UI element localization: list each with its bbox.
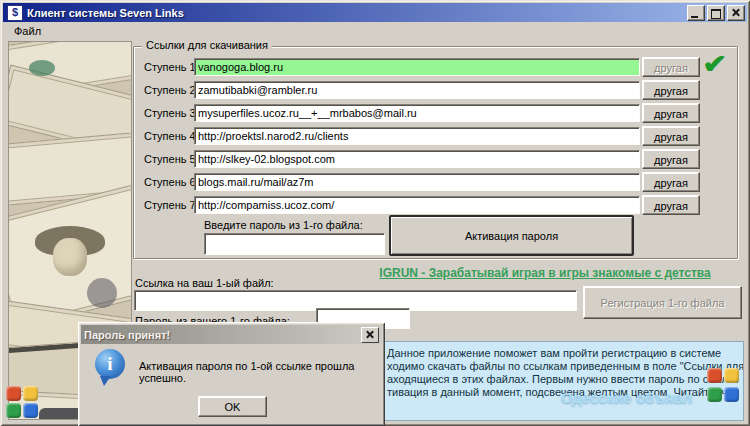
watermark-logo-blue-icon: [724, 387, 739, 402]
step7-other-button[interactable]: другая: [642, 195, 700, 215]
watermark-logo-green-icon: [707, 387, 722, 402]
corner-logo-green-icon: [6, 403, 21, 418]
ok-button[interactable]: OK: [198, 396, 267, 417]
password-entry-label: Введите пароль из 1-го файла:: [204, 219, 363, 231]
register-file-button[interactable]: Регистрация 1-го файла: [583, 286, 742, 319]
window-title: Клиент системы Seven Links: [27, 7, 685, 19]
corner-logo-red-icon: [6, 386, 21, 401]
app-icon: $: [7, 5, 23, 21]
instructions-line: аходящиеся в этих файлах. Первым нужно в…: [387, 373, 741, 386]
step6-other-button[interactable]: другая: [642, 172, 700, 192]
group-title: Ссылки для скачивания: [142, 39, 272, 51]
file-link-label: Ссылка на ваш 1-ый файл:: [135, 277, 274, 289]
maximize-button[interactable]: [707, 5, 725, 21]
step1-done-check-icon: ✔: [702, 49, 727, 80]
menu-file[interactable]: Файл: [10, 24, 45, 38]
dialog-message: Активация пароля по 1-ой ссылке прошла у…: [139, 360, 379, 384]
step5-input[interactable]: [194, 150, 640, 168]
corner-logo-blue-icon: [23, 403, 38, 418]
instructions-panel: Данное приложение поможет вам пройти рег…: [381, 341, 744, 421]
watermark-logo-red-icon: [707, 368, 722, 383]
step4-input[interactable]: [194, 127, 640, 145]
step1-input[interactable]: [194, 58, 640, 76]
password-accepted-dialog: Пароль принят! i Активация пароля по 1-о…: [78, 322, 385, 426]
dialog-close-button[interactable]: [361, 327, 379, 343]
corner-logo-yellow-icon: [23, 386, 38, 401]
step2-other-button[interactable]: другая: [642, 80, 700, 100]
minimize-button[interactable]: [687, 5, 705, 21]
info-icon: i: [95, 349, 125, 379]
step7-input[interactable]: [194, 196, 640, 214]
title-bar[interactable]: $ Клиент системы Seven Links: [3, 3, 747, 22]
step3-other-button[interactable]: другая: [642, 103, 700, 123]
download-links-group: Ссылки для скачивания Ступень 1 другая ✔…: [133, 46, 738, 259]
step1-other-button[interactable]: другая: [642, 57, 700, 77]
step2-input[interactable]: [194, 81, 640, 99]
minimize-icon: [691, 16, 698, 18]
watermark-text: Одесские объявл: [561, 389, 692, 406]
maximize-icon: [711, 9, 721, 19]
instructions-line: Данное приложение поможет вам пройти рег…: [387, 347, 741, 360]
step3-input[interactable]: [194, 104, 640, 122]
info-icon-tail: [100, 376, 111, 386]
step4-other-button[interactable]: другая: [642, 126, 700, 146]
menu-bar: Файл: [3, 22, 747, 39]
igrun-promo-link[interactable]: IGRUN - Зарабатывай играя в игры знакомы…: [348, 266, 742, 280]
activate-password-button[interactable]: Активация пароля: [389, 215, 634, 256]
watermark-logo-yellow-icon: [724, 368, 739, 383]
close-button[interactable]: [727, 5, 745, 21]
password-entry-input[interactable]: [204, 233, 385, 255]
step5-other-button[interactable]: другая: [642, 149, 700, 169]
dialog-title-bar[interactable]: Пароль принят!: [81, 325, 382, 344]
step6-input[interactable]: [194, 173, 640, 191]
dialog-title: Пароль принят!: [84, 329, 361, 341]
instructions-line: ходимо скачать файлы по ссылкам приведен…: [387, 360, 741, 373]
